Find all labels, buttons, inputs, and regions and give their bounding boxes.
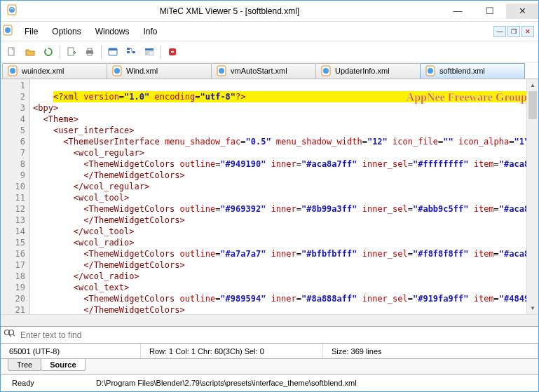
code-view[interactable]: <?xml version="1.0" encoding="utf-8"?><b… xyxy=(30,79,538,326)
menu-windows[interactable]: Windows xyxy=(88,24,137,39)
document-tab[interactable]: wuindex.xml xyxy=(2,63,107,79)
status-encoding: 65001 (UTF-8) xyxy=(1,344,141,358)
tree-button[interactable] xyxy=(123,43,139,60)
code-line[interactable]: <Theme> xyxy=(33,114,538,125)
view-tabs: Tree Source xyxy=(1,359,538,374)
toolbar xyxy=(1,41,538,62)
status-size: Size: 369 lines xyxy=(323,344,538,358)
code-line[interactable]: <ThemeWidgetColors outline="#989594" inn… xyxy=(33,293,538,304)
file-icon xyxy=(320,65,332,76)
svg-point-3 xyxy=(5,27,11,33)
line-gutter: 1234567891011121314151617181920212223242… xyxy=(1,79,30,326)
footer-path: D:\Program Files\Blender\2.79\scripts\pr… xyxy=(85,379,368,387)
svg-rect-18 xyxy=(171,51,174,53)
window-title: MiTeC XML Viewer 5 - [softblend.xml] xyxy=(18,6,442,16)
code-line[interactable]: </ThemeWidgetColors> xyxy=(33,215,538,226)
refresh-button[interactable] xyxy=(40,43,57,60)
search-input[interactable] xyxy=(19,330,535,340)
code-line[interactable]: <wcol_regular> xyxy=(33,147,538,158)
tab-label: UpdaterInfo.xml xyxy=(335,67,390,75)
code-line[interactable]: <ThemeUserInterface menu_shadow_fac="0.5… xyxy=(33,136,538,147)
status-position: Row: 1 Col: 1 Chr: 60(3Ch) Sel: 0 xyxy=(141,344,323,358)
svg-rect-13 xyxy=(132,51,135,53)
menu-info[interactable]: Info xyxy=(136,24,164,39)
svg-point-24 xyxy=(219,68,224,74)
toolbar-separator xyxy=(101,45,102,59)
code-line[interactable]: <?xml version="1.0" encoding="utf-8"?> xyxy=(53,91,538,102)
code-line[interactable]: <wcol_tool> xyxy=(33,192,538,203)
svg-point-26 xyxy=(323,68,329,74)
code-line[interactable]: <ThemeWidgetColors outline="#969392" inn… xyxy=(33,203,538,215)
code-line[interactable]: </wcol_regular> xyxy=(33,181,538,192)
mdi-restore-button[interactable]: ❐ xyxy=(507,26,520,37)
document-tab[interactable]: UpdaterInfo.xml xyxy=(315,63,421,79)
export-button[interactable] xyxy=(63,43,80,60)
svg-rect-14 xyxy=(145,48,153,50)
code-line[interactable]: <ThemeWidgetColors outline="#949190" inn… xyxy=(33,158,538,170)
code-line[interactable]: </wcol_tool> xyxy=(33,226,538,237)
menu-options[interactable]: Options xyxy=(45,24,88,39)
svg-line-32 xyxy=(13,334,15,336)
code-line[interactable]: <wcol_radio> xyxy=(33,237,538,248)
close-button[interactable]: ✕ xyxy=(506,4,538,19)
search-bar xyxy=(1,327,538,344)
minimize-button[interactable]: — xyxy=(442,4,474,19)
code-line[interactable]: <wcol_text> xyxy=(33,282,538,293)
menu-bar: File Options Windows Info — ❐ ✕ xyxy=(1,22,538,41)
footer-ready: Ready xyxy=(1,379,85,387)
tab-tree[interactable]: Tree xyxy=(8,359,41,371)
code-line[interactable]: </ThemeWidgetColors> xyxy=(33,170,538,181)
tab-source[interactable]: Source xyxy=(41,359,85,371)
tab-label: Wind.xml xyxy=(126,67,158,75)
document-tab[interactable]: Wind.xml xyxy=(107,63,212,79)
code-line[interactable]: <bpy> xyxy=(33,102,538,114)
code-line[interactable]: </ThemeWidgetColors> xyxy=(33,259,538,271)
document-tab[interactable]: softblend.xml xyxy=(420,63,525,79)
file-icon xyxy=(425,65,436,76)
menu-file[interactable]: File xyxy=(18,24,45,39)
svg-point-22 xyxy=(114,68,120,74)
element-info-button[interactable] xyxy=(104,43,121,60)
app-icon xyxy=(6,4,18,18)
stop-button[interactable] xyxy=(164,43,181,60)
open-button[interactable] xyxy=(22,43,39,60)
maximize-button[interactable]: ☐ xyxy=(474,4,506,19)
find-icon xyxy=(4,329,15,341)
tab-label: softblend.xml xyxy=(439,67,485,75)
app-icon-small xyxy=(2,25,13,38)
file-icon xyxy=(216,65,227,76)
svg-rect-16 xyxy=(149,51,153,55)
toolbar-separator xyxy=(60,45,60,59)
file-icon xyxy=(7,65,18,76)
scroll-down-arrow[interactable]: ▼ xyxy=(527,302,538,314)
code-line[interactable]: <ThemeWidgetColors outline="#a7a7a7" inn… xyxy=(33,248,538,259)
window-titlebar: MiTeC XML Viewer 5 - [softblend.xml] — ☐… xyxy=(1,1,538,22)
svg-rect-4 xyxy=(8,48,14,55)
footer-status-bar: Ready D:\Program Files\Blender\2.79\scri… xyxy=(1,374,538,391)
code-line[interactable]: </wcol_radio> xyxy=(33,271,538,282)
scroll-thumb[interactable] xyxy=(528,91,537,119)
svg-rect-10 xyxy=(109,48,117,50)
svg-rect-7 xyxy=(88,48,92,50)
tab-label: vmAutoStart.xml xyxy=(231,67,287,75)
mdi-minimize-button[interactable]: — xyxy=(493,26,506,37)
new-button[interactable] xyxy=(4,43,20,60)
code-line[interactable]: <user_interface> xyxy=(33,125,538,136)
svg-point-20 xyxy=(10,68,15,74)
editor-area: 1234567891011121314151617181920212223242… xyxy=(1,79,538,327)
horizontal-scrollbar[interactable] xyxy=(1,314,538,326)
toolbar-separator xyxy=(161,45,161,59)
svg-rect-12 xyxy=(127,51,130,53)
svg-rect-8 xyxy=(88,53,92,55)
print-button[interactable] xyxy=(81,43,98,60)
attributes-button[interactable] xyxy=(141,43,158,60)
file-icon xyxy=(111,65,123,76)
svg-rect-11 xyxy=(127,48,130,50)
document-tab[interactable]: vmAutoStart.xml xyxy=(211,63,316,79)
scroll-up-arrow[interactable]: ▲ xyxy=(527,79,538,91)
svg-point-1 xyxy=(9,7,15,13)
svg-rect-15 xyxy=(145,51,149,55)
vertical-scrollbar[interactable]: ▲ ▼ xyxy=(526,79,538,314)
tab-label: wuindex.xml xyxy=(22,67,64,75)
mdi-close-button[interactable]: ✕ xyxy=(521,26,534,37)
